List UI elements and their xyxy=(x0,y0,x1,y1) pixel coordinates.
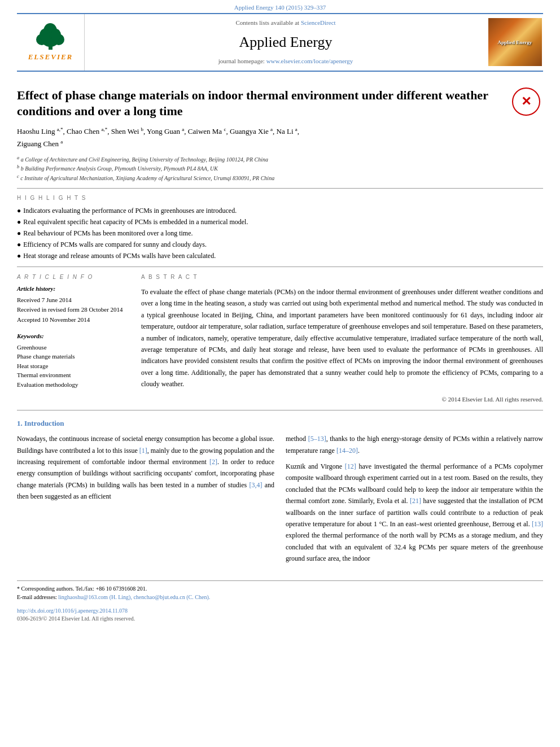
affiliation-c: c c Institute of Agricultural Mechanizat… xyxy=(17,173,543,182)
main-content: Effect of phase change materials on indo… xyxy=(17,72,543,634)
crossmark-circle: ✕ xyxy=(512,88,540,116)
abstract-text: To evaluate the effect of phase change m… xyxy=(141,286,543,390)
email-label: E-mail addresses: xyxy=(17,594,57,600)
journal-homepage: journal homepage: www.elsevier.com/locat… xyxy=(218,57,353,65)
sciencedirect-text: Contents lists available at xyxy=(235,19,299,26)
divider-3 xyxy=(17,410,543,410)
affiliation-a: a a College of Architecture and Civil En… xyxy=(17,155,543,164)
journal-reference: Applied Energy 140 (2015) 329–337 xyxy=(0,0,560,13)
keyword-thermal-env: Thermal environment xyxy=(17,370,130,380)
received-date: Received 7 June 2014 xyxy=(17,295,130,305)
keyword-eval-method: Evaluation methodology xyxy=(17,380,130,390)
abstract-heading: A B S T R A C T xyxy=(141,273,543,282)
svg-point-6 xyxy=(51,29,61,41)
highlight-item: ●Real equivalent specific heat capacity … xyxy=(17,217,543,227)
keywords-label: Keywords: xyxy=(17,331,130,342)
section-name: Introduction xyxy=(24,419,64,427)
homepage-label: journal homepage: xyxy=(218,58,266,64)
doi-link[interactable]: http://dx.doi.org/10.1016/j.apenergy.201… xyxy=(17,607,543,615)
badge-text: Applied Energy xyxy=(498,40,532,46)
accepted-date: Accepted 10 November 2014 xyxy=(17,315,130,325)
corresponding-note: * Corresponding authors. Tel./fax: +86 1… xyxy=(17,584,543,593)
introduction-cols: Nowadays, the continuous increase of soc… xyxy=(17,433,543,569)
elsevier-tree-icon xyxy=(29,23,72,51)
footnote-area: * Corresponding authors. Tel./fax: +86 1… xyxy=(17,580,543,601)
section-number: 1. xyxy=(17,419,23,427)
journal-header: ELSEVIER Contents lists available at Sci… xyxy=(17,13,543,71)
highlight-item: ●Indicators evaluating the performance o… xyxy=(17,206,543,216)
highlights-section: H I G H L I G H T S ●Indicators evaluati… xyxy=(17,194,543,261)
divider-1 xyxy=(17,188,543,189)
authors-line: Haoshu Ling a,*, Chao Chen a,*, Shen Wei… xyxy=(17,125,543,150)
elsevier-text: ELSEVIER xyxy=(28,52,73,62)
keyword-pcm: Phase change materials xyxy=(17,352,130,361)
affiliations: a a College of Architecture and Civil En… xyxy=(17,155,543,182)
article-info-col: A R T I C L E I N F O Article history: R… xyxy=(17,273,130,404)
homepage-link[interactable]: www.elsevier.com/locate/apenergy xyxy=(266,58,353,64)
article-title: Effect of phase change materials on indo… xyxy=(17,88,543,120)
keyword-greenhouse: Greenhouse xyxy=(17,343,130,352)
affiliation-b: b b Building Performance Analysis Group,… xyxy=(17,164,543,173)
info-abstract-cols: A R T I C L E I N F O Article history: R… xyxy=(17,273,543,404)
email-note: E-mail addresses: linghaoshu@163.com (H.… xyxy=(17,593,543,601)
revised-date: Received in revised form 28 October 2014 xyxy=(17,305,130,315)
intro-right-col: method [5–13], thanks to the high energy… xyxy=(286,433,543,569)
article-info: A R T I C L E I N F O Article history: R… xyxy=(17,273,130,389)
intro-left-col: Nowadays, the continuous increase of soc… xyxy=(17,433,274,569)
highlight-item: ●Real behaviour of PCMs has been monitor… xyxy=(17,228,543,238)
journal-center: Contents lists available at ScienceDirec… xyxy=(85,14,487,70)
abstract-section: A B S T R A C T To evaluate the effect o… xyxy=(141,273,543,404)
elsevier-logo: ELSEVIER xyxy=(17,14,85,70)
email-addresses[interactable]: linghaoshu@163.com (H. Ling), chenchao@b… xyxy=(58,594,210,600)
highlight-item: ●Efficiency of PCMs walls are compared f… xyxy=(17,239,543,250)
intro-para-right-2: Kuznik and Virgone [12] have investigate… xyxy=(286,461,543,565)
article-info-heading: A R T I C L E I N F O xyxy=(17,273,130,282)
sciencedirect-link[interactable]: ScienceDirect xyxy=(301,19,336,26)
keywords-section: Keywords: Greenhouse Phase change materi… xyxy=(17,331,130,389)
introduction-section: 1. Introduction Nowadays, the continuous… xyxy=(17,418,543,569)
crossmark-icon: ✕ xyxy=(521,95,531,108)
title-area: Effect of phase change materials on indo… xyxy=(17,88,543,120)
applied-energy-badge: Applied Energy xyxy=(487,14,543,70)
bottom-bar: http://dx.doi.org/10.1016/j.apenergy.201… xyxy=(17,607,543,628)
intro-para-right-1: method [5–13], thanks to the high energy… xyxy=(286,433,543,456)
badge-image: Applied Energy xyxy=(488,18,542,66)
journal-ref-text: Applied Energy 140 (2015) 329–337 xyxy=(234,4,326,11)
svg-point-5 xyxy=(40,29,50,41)
keyword-heat-storage: Heat storage xyxy=(17,361,130,371)
crossmark-badge[interactable]: ✕ xyxy=(512,88,543,119)
abstract-col: A B S T R A C T To evaluate the effect o… xyxy=(141,273,543,404)
copyright: © 2014 Elsevier Ltd. All rights reserved… xyxy=(141,395,543,405)
highlight-item: ●Heat storage and release amounts of PCM… xyxy=(17,251,543,261)
sciencedirect-line: Contents lists available at ScienceDirec… xyxy=(235,19,335,27)
history-label: Article history: xyxy=(17,284,130,294)
highlights-heading: H I G H L I G H T S xyxy=(17,194,543,202)
journal-title: Applied Energy xyxy=(239,32,333,53)
divider-2 xyxy=(17,267,543,267)
intro-para-left: Nowadays, the continuous increase of soc… xyxy=(17,433,274,502)
section-title: 1. Introduction xyxy=(17,418,543,429)
issn-text: 0306-2619/© 2014 Elsevier Ltd. All right… xyxy=(17,615,543,623)
